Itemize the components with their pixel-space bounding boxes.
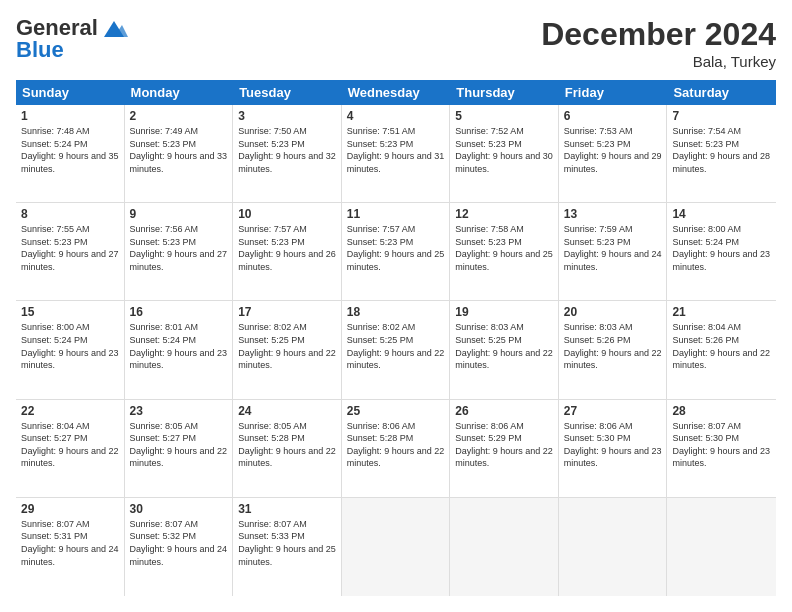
logo-blue: Blue	[16, 38, 128, 62]
day-number: 7	[672, 109, 771, 123]
cell-info: Sunrise: 7:57 AMSunset: 5:23 PMDaylight:…	[238, 224, 336, 272]
day-number: 10	[238, 207, 336, 221]
calendar-cell: 1 Sunrise: 7:48 AMSunset: 5:24 PMDayligh…	[16, 105, 125, 202]
calendar-cell: 17 Sunrise: 8:02 AMSunset: 5:25 PMDaylig…	[233, 301, 342, 398]
day-number: 14	[672, 207, 771, 221]
day-number: 12	[455, 207, 553, 221]
cell-info: Sunrise: 7:52 AMSunset: 5:23 PMDaylight:…	[455, 126, 553, 174]
cell-info: Sunrise: 7:48 AMSunset: 5:24 PMDaylight:…	[21, 126, 119, 174]
calendar-cell: 28 Sunrise: 8:07 AMSunset: 5:30 PMDaylig…	[667, 400, 776, 497]
header-day-saturday: Saturday	[667, 80, 776, 105]
day-number: 25	[347, 404, 445, 418]
calendar-cell: 29 Sunrise: 8:07 AMSunset: 5:31 PMDaylig…	[16, 498, 125, 596]
day-number: 1	[21, 109, 119, 123]
cell-info: Sunrise: 7:49 AMSunset: 5:23 PMDaylight:…	[130, 126, 228, 174]
cell-info: Sunrise: 8:07 AMSunset: 5:30 PMDaylight:…	[672, 421, 770, 469]
cell-info: Sunrise: 7:55 AMSunset: 5:23 PMDaylight:…	[21, 224, 119, 272]
cell-info: Sunrise: 8:00 AMSunset: 5:24 PMDaylight:…	[672, 224, 770, 272]
calendar-cell	[667, 498, 776, 596]
cell-info: Sunrise: 7:53 AMSunset: 5:23 PMDaylight:…	[564, 126, 662, 174]
day-number: 31	[238, 502, 336, 516]
cell-info: Sunrise: 8:00 AMSunset: 5:24 PMDaylight:…	[21, 322, 119, 370]
calendar-cell	[559, 498, 668, 596]
day-number: 21	[672, 305, 771, 319]
cell-info: Sunrise: 7:57 AMSunset: 5:23 PMDaylight:…	[347, 224, 445, 272]
logo: General Blue	[16, 16, 128, 62]
calendar-cell: 25 Sunrise: 8:06 AMSunset: 5:28 PMDaylig…	[342, 400, 451, 497]
day-number: 5	[455, 109, 553, 123]
calendar-row-3: 15 Sunrise: 8:00 AMSunset: 5:24 PMDaylig…	[16, 301, 776, 399]
calendar-cell: 22 Sunrise: 8:04 AMSunset: 5:27 PMDaylig…	[16, 400, 125, 497]
calendar-row-4: 22 Sunrise: 8:04 AMSunset: 5:27 PMDaylig…	[16, 400, 776, 498]
header: General Blue December 2024 Bala, Turkey	[16, 16, 776, 70]
title-block: December 2024 Bala, Turkey	[541, 16, 776, 70]
calendar-cell: 13 Sunrise: 7:59 AMSunset: 5:23 PMDaylig…	[559, 203, 668, 300]
header-day-sunday: Sunday	[16, 80, 125, 105]
calendar-cell: 14 Sunrise: 8:00 AMSunset: 5:24 PMDaylig…	[667, 203, 776, 300]
day-number: 8	[21, 207, 119, 221]
calendar-cell: 27 Sunrise: 8:06 AMSunset: 5:30 PMDaylig…	[559, 400, 668, 497]
header-day-thursday: Thursday	[450, 80, 559, 105]
day-number: 19	[455, 305, 553, 319]
day-number: 17	[238, 305, 336, 319]
calendar-cell: 26 Sunrise: 8:06 AMSunset: 5:29 PMDaylig…	[450, 400, 559, 497]
header-day-monday: Monday	[125, 80, 234, 105]
calendar-cell: 7 Sunrise: 7:54 AMSunset: 5:23 PMDayligh…	[667, 105, 776, 202]
calendar-row-5: 29 Sunrise: 8:07 AMSunset: 5:31 PMDaylig…	[16, 498, 776, 596]
day-number: 2	[130, 109, 228, 123]
cell-info: Sunrise: 8:05 AMSunset: 5:27 PMDaylight:…	[130, 421, 228, 469]
cell-info: Sunrise: 8:07 AMSunset: 5:33 PMDaylight:…	[238, 519, 336, 567]
day-number: 18	[347, 305, 445, 319]
calendar-row-2: 8 Sunrise: 7:55 AMSunset: 5:23 PMDayligh…	[16, 203, 776, 301]
cell-info: Sunrise: 7:58 AMSunset: 5:23 PMDaylight:…	[455, 224, 553, 272]
calendar-cell: 10 Sunrise: 7:57 AMSunset: 5:23 PMDaylig…	[233, 203, 342, 300]
calendar-cell: 16 Sunrise: 8:01 AMSunset: 5:24 PMDaylig…	[125, 301, 234, 398]
cell-info: Sunrise: 8:03 AMSunset: 5:26 PMDaylight:…	[564, 322, 662, 370]
day-number: 6	[564, 109, 662, 123]
day-number: 16	[130, 305, 228, 319]
day-number: 4	[347, 109, 445, 123]
calendar-cell: 20 Sunrise: 8:03 AMSunset: 5:26 PMDaylig…	[559, 301, 668, 398]
calendar-header: SundayMondayTuesdayWednesdayThursdayFrid…	[16, 80, 776, 105]
cell-info: Sunrise: 8:06 AMSunset: 5:30 PMDaylight:…	[564, 421, 662, 469]
day-number: 22	[21, 404, 119, 418]
calendar-cell: 8 Sunrise: 7:55 AMSunset: 5:23 PMDayligh…	[16, 203, 125, 300]
day-number: 28	[672, 404, 771, 418]
location: Bala, Turkey	[541, 53, 776, 70]
cell-info: Sunrise: 8:02 AMSunset: 5:25 PMDaylight:…	[238, 322, 336, 370]
day-number: 3	[238, 109, 336, 123]
calendar-row-1: 1 Sunrise: 7:48 AMSunset: 5:24 PMDayligh…	[16, 105, 776, 203]
day-number: 11	[347, 207, 445, 221]
cell-info: Sunrise: 7:54 AMSunset: 5:23 PMDaylight:…	[672, 126, 770, 174]
calendar-cell	[342, 498, 451, 596]
calendar-cell: 15 Sunrise: 8:00 AMSunset: 5:24 PMDaylig…	[16, 301, 125, 398]
cell-info: Sunrise: 8:02 AMSunset: 5:25 PMDaylight:…	[347, 322, 445, 370]
day-number: 30	[130, 502, 228, 516]
calendar-cell: 19 Sunrise: 8:03 AMSunset: 5:25 PMDaylig…	[450, 301, 559, 398]
calendar-cell: 5 Sunrise: 7:52 AMSunset: 5:23 PMDayligh…	[450, 105, 559, 202]
day-number: 29	[21, 502, 119, 516]
cell-info: Sunrise: 8:07 AMSunset: 5:31 PMDaylight:…	[21, 519, 119, 567]
calendar-cell: 31 Sunrise: 8:07 AMSunset: 5:33 PMDaylig…	[233, 498, 342, 596]
calendar-cell: 4 Sunrise: 7:51 AMSunset: 5:23 PMDayligh…	[342, 105, 451, 202]
cell-info: Sunrise: 8:04 AMSunset: 5:27 PMDaylight:…	[21, 421, 119, 469]
calendar-cell: 3 Sunrise: 7:50 AMSunset: 5:23 PMDayligh…	[233, 105, 342, 202]
cell-info: Sunrise: 8:03 AMSunset: 5:25 PMDaylight:…	[455, 322, 553, 370]
day-number: 24	[238, 404, 336, 418]
cell-info: Sunrise: 8:05 AMSunset: 5:28 PMDaylight:…	[238, 421, 336, 469]
header-day-wednesday: Wednesday	[342, 80, 451, 105]
calendar-body: 1 Sunrise: 7:48 AMSunset: 5:24 PMDayligh…	[16, 105, 776, 596]
calendar-cell	[450, 498, 559, 596]
page: General Blue December 2024 Bala, Turkey …	[0, 0, 792, 612]
calendar-cell: 12 Sunrise: 7:58 AMSunset: 5:23 PMDaylig…	[450, 203, 559, 300]
cell-info: Sunrise: 8:07 AMSunset: 5:32 PMDaylight:…	[130, 519, 228, 567]
logo-icon	[100, 19, 128, 39]
cell-info: Sunrise: 8:06 AMSunset: 5:29 PMDaylight:…	[455, 421, 553, 469]
cell-info: Sunrise: 8:01 AMSunset: 5:24 PMDaylight:…	[130, 322, 228, 370]
cell-info: Sunrise: 7:56 AMSunset: 5:23 PMDaylight:…	[130, 224, 228, 272]
header-day-tuesday: Tuesday	[233, 80, 342, 105]
cell-info: Sunrise: 7:59 AMSunset: 5:23 PMDaylight:…	[564, 224, 662, 272]
month-title: December 2024	[541, 16, 776, 53]
calendar-cell: 24 Sunrise: 8:05 AMSunset: 5:28 PMDaylig…	[233, 400, 342, 497]
calendar-cell: 2 Sunrise: 7:49 AMSunset: 5:23 PMDayligh…	[125, 105, 234, 202]
